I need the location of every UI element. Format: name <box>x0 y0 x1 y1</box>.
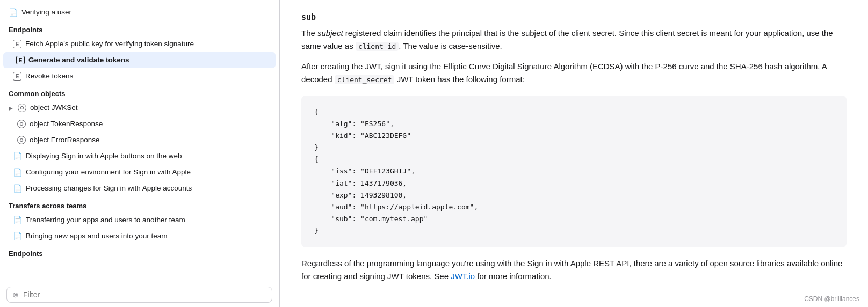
paragraph-3: Regardless of the programming language y… <box>301 257 847 283</box>
doc-icon: 📄 <box>13 216 22 224</box>
sidebar-item-label: Verifying a user <box>21 8 272 17</box>
client-secret-code: client_secret <box>335 75 395 84</box>
filter-input[interactable] <box>23 290 266 299</box>
client-id-code: client_id <box>356 42 399 51</box>
sidebar-item-verifying-user[interactable]: 📄 Verifying a user <box>0 4 279 20</box>
main-content: sub The subject registered claim identif… <box>280 0 868 307</box>
sidebar-item-label: Displaying Sign in with Apple buttons on… <box>26 151 272 161</box>
paragraph-1: The subject registered claim identifies … <box>301 27 847 53</box>
sidebar: 📄 Verifying a user Endpoints E Fetch App… <box>0 0 279 307</box>
sidebar-section-endpoints: Endpoints <box>0 20 279 36</box>
endpoint-icon-active: E <box>16 56 25 64</box>
filter-bar: ⊜ <box>0 282 279 307</box>
sidebar-section-transfers: Transfers across teams <box>0 196 279 212</box>
object-icon: O <box>17 120 26 128</box>
sidebar-section-endpoints2: Endpoints <box>0 244 279 260</box>
doc-icon: 📄 <box>13 184 22 193</box>
sidebar-item-label: Bringing new apps and users into your te… <box>26 231 272 241</box>
sidebar-item-tokenresponse[interactable]: O object TokenResponse <box>0 116 279 132</box>
paragraph-3-prefix: Regardless of the programming language y… <box>301 259 842 281</box>
sidebar-item-bringing-apps[interactable]: 📄 Bringing new apps and users into your … <box>0 228 279 244</box>
object-icon: O <box>17 136 26 144</box>
sidebar-item-jwkset[interactable]: ▶ O object JWKSet <box>0 100 279 116</box>
sidebar-item-label: Transferring your apps and users to anot… <box>26 215 272 225</box>
sidebar-item-revoke-tokens[interactable]: E Revoke tokens <box>0 68 279 84</box>
filter-input-wrap[interactable]: ⊜ <box>6 287 272 303</box>
paragraph-3-suffix: for more information. <box>475 272 552 281</box>
sidebar-item-label: object TokenResponse <box>30 119 272 129</box>
doc-icon: 📄 <box>13 232 22 240</box>
object-icon: O <box>18 104 26 112</box>
sidebar-item-label: object ErrorResponse <box>30 135 272 145</box>
code-block: { "alg": "ES256", "kid": "ABC123DEFG" } … <box>301 96 847 247</box>
sub-label: sub <box>301 11 847 24</box>
endpoint-icon: E <box>13 40 21 48</box>
paragraph-2-end: JWT token has the following format: <box>394 75 524 84</box>
jwt-io-link[interactable]: JWT.io <box>451 272 475 281</box>
paragraph-2: After creating the JWT, sign it using th… <box>301 60 847 86</box>
sidebar-item-transferring-apps[interactable]: 📄 Transferring your apps and users to an… <box>0 212 279 228</box>
doc-icon: 📄 <box>9 8 18 17</box>
watermark: CSDN @brilliances <box>804 295 859 303</box>
paragraph-1-prefix: The <box>301 28 317 38</box>
chevron-right-icon: ▶ <box>9 105 13 111</box>
sidebar-item-label: Fetch Apple's public key for verifying t… <box>25 39 272 49</box>
subject-italic: subject <box>317 28 343 38</box>
sidebar-item-errorresponse[interactable]: O object ErrorResponse <box>0 132 279 148</box>
sidebar-scroll[interactable]: 📄 Verifying a user Endpoints E Fetch App… <box>0 0 279 282</box>
doc-icon: 📄 <box>13 152 22 160</box>
sidebar-item-label: Configuring your environment for Sign in… <box>26 167 272 177</box>
sidebar-item-configuring-env[interactable]: 📄 Configuring your environment for Sign … <box>0 164 279 180</box>
sidebar-item-label: object JWKSet <box>30 103 272 113</box>
sidebar-item-label-active: Generate and validate tokens <box>28 55 269 65</box>
endpoint-icon-revoke: E <box>13 72 21 81</box>
sidebar-item-generate-tokens[interactable]: E Generate and validate tokens <box>3 52 276 68</box>
paragraph-1-end: . The value is case-sensitive. <box>399 41 502 50</box>
sidebar-item-fetch-key[interactable]: E Fetch Apple's public key for verifying… <box>0 36 279 52</box>
filter-icon: ⊜ <box>12 290 19 299</box>
sidebar-item-processing-changes[interactable]: 📄 Processing changes for Sign in with Ap… <box>0 180 279 196</box>
sidebar-item-displaying-sign-in[interactable]: 📄 Displaying Sign in with Apple buttons … <box>0 148 279 164</box>
sidebar-item-label: Revoke tokens <box>25 71 272 81</box>
doc-icon: 📄 <box>13 168 22 177</box>
sidebar-section-common-objects: Common objects <box>0 84 279 100</box>
sidebar-item-label: Processing changes for Sign in with Appl… <box>26 184 272 193</box>
